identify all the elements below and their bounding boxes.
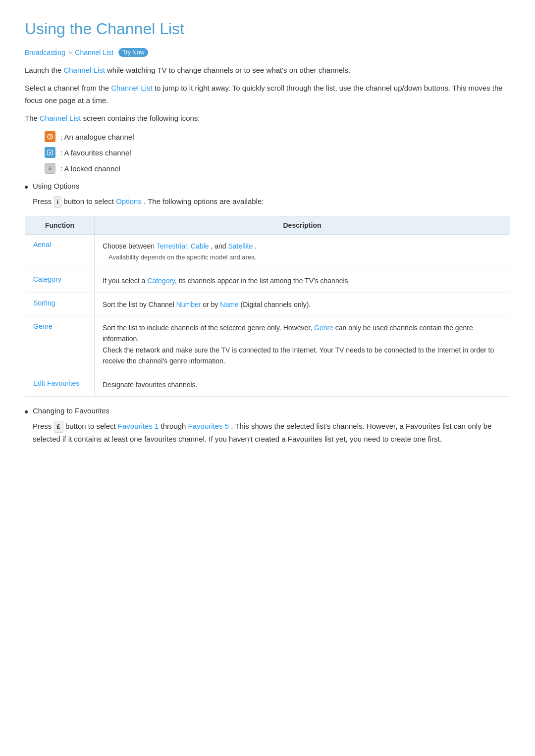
options-link[interactable]: Options	[116, 197, 142, 205]
table-row-genre: Genre Sort the list to include channels …	[25, 316, 510, 373]
locked-icon-label: : A locked channel	[60, 164, 120, 173]
aerial-function: Aerial	[25, 235, 95, 269]
terrestrial-cable-link[interactable]: Terrestrial, Cable	[157, 242, 209, 250]
fav-icon	[45, 147, 55, 158]
edit-favourites-description: Designate favourites channels.	[95, 373, 510, 396]
channel-list-link-3[interactable]: Channel List	[40, 114, 81, 122]
page-title: Using the Channel List	[25, 20, 510, 38]
locked-icon	[45, 163, 55, 174]
intro-para3: The Channel List screen contains the fol…	[25, 112, 510, 125]
name-link[interactable]: Name	[220, 301, 238, 308]
intro-para2: Select a channel from the Channel List t…	[25, 82, 510, 107]
breadcrumb-channel-list[interactable]: Channel List	[75, 49, 113, 56]
breadcrumb-separator: >	[68, 49, 72, 56]
aerial-description: Choose between Terrestrial, Cable , and …	[95, 235, 510, 269]
edit-favourites-function: Edit Favourites	[25, 373, 95, 396]
favourites1-link[interactable]: Favourites 1	[118, 422, 159, 430]
sorting-description: Sort the list by Channel Number or by Na…	[95, 293, 510, 316]
intro-para1: Launch the Channel List while watching T…	[25, 64, 510, 77]
bullet2-section: Changing to Favourites Press £ button to…	[25, 406, 510, 446]
bullet1-press: Press i button to select Options . The f…	[33, 195, 510, 208]
table-row-aerial: Aerial Choose between Terrestrial, Cable…	[25, 235, 510, 269]
bullet2-item: Changing to Favourites	[25, 406, 510, 415]
i-key-badge: i	[54, 196, 62, 208]
genre-description: Sort the list to include channels of the…	[95, 316, 510, 373]
bullet1-item: Using Options	[25, 182, 510, 190]
channel-list-link-2[interactable]: Channel List	[111, 84, 152, 92]
pound-key-badge: £	[54, 421, 63, 433]
svg-rect-2	[49, 168, 52, 170]
bullet2-dot	[25, 410, 28, 413]
table-header-function: Function	[25, 216, 95, 235]
breadcrumb-broadcasting[interactable]: Broadcasting	[25, 49, 65, 56]
category-link[interactable]: Category	[147, 277, 175, 285]
bullet1-dot	[25, 186, 28, 189]
icons-section: : An analogue channel : A favourites cha…	[45, 131, 510, 174]
bullet1-section: Using Options Press i button to select O…	[25, 182, 510, 208]
icon-analogue-row: : An analogue channel	[45, 131, 510, 142]
table-row-sorting: Sorting Sort the list by Channel Number …	[25, 293, 510, 316]
channel-list-link-1[interactable]: Channel List	[63, 66, 105, 74]
bullet2-label: Changing to Favourites	[33, 406, 109, 415]
fav-icon-label: : A favourites channel	[60, 149, 131, 157]
genre-function: Genre	[25, 316, 95, 373]
table-row-category: Category If you select a Category, its c…	[25, 269, 510, 293]
sorting-function: Sorting	[25, 293, 95, 316]
genre-link[interactable]: Genre	[314, 324, 333, 332]
breadcrumb: Broadcasting > Channel List Try Now	[25, 48, 510, 57]
icon-fav-row: : A favourites channel	[45, 147, 510, 158]
satellite-link[interactable]: Satellite	[228, 242, 253, 250]
icon-locked-row: : A locked channel	[45, 163, 510, 174]
svg-rect-1	[48, 150, 53, 155]
table-header-row: Function Description	[25, 216, 510, 235]
analogue-icon-label: : An analogue channel	[60, 133, 134, 141]
options-table: Function Description Aerial Choose betwe…	[25, 216, 510, 397]
analogue-icon	[45, 131, 55, 142]
table-row-edit-favourites: Edit Favourites Designate favourites cha…	[25, 373, 510, 396]
bullet2-press: Press £ button to select Favourites 1 th…	[33, 420, 510, 446]
category-description: If you select a Category, its channels a…	[95, 269, 510, 293]
bullet1-label: Using Options	[33, 182, 79, 190]
try-now-badge[interactable]: Try Now	[118, 48, 148, 57]
aerial-sub-note: Availability depends on the specific mod…	[108, 253, 257, 261]
category-function: Category	[25, 269, 95, 293]
favourites5-link[interactable]: Favourites 5	[188, 422, 229, 430]
table-header-description: Description	[95, 216, 510, 235]
number-link[interactable]: Number	[176, 301, 201, 308]
